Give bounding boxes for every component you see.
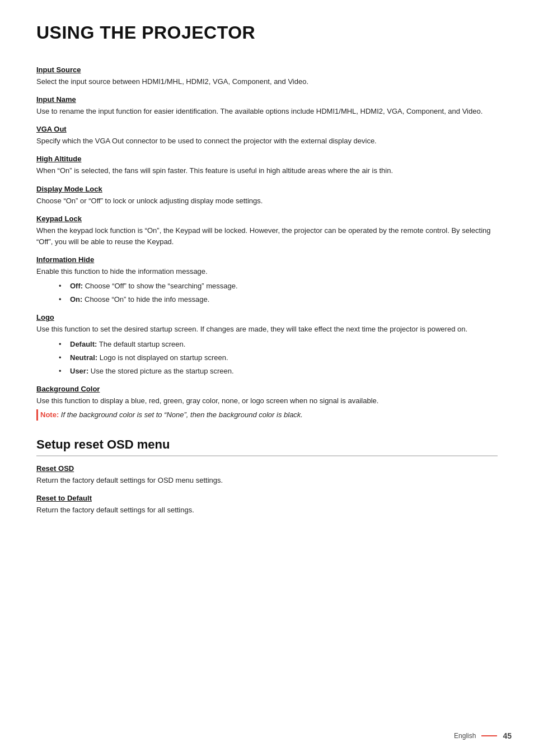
heading-high-altitude: High Altitude <box>36 155 498 163</box>
heading-reset-to-default: Reset to Default <box>36 494 498 502</box>
body-reset-to-default: Return the factory default settings for … <box>36 505 498 516</box>
body-logo: Use this function to set the desired sta… <box>36 324 498 335</box>
section-input-name: Input Name Use to rename the input funct… <box>36 95 498 117</box>
bullet-neutral: Neutral: Logo is not displayed on startu… <box>70 352 498 363</box>
term-off: Off: <box>70 282 83 290</box>
section-information-hide: Information Hide Enable this function to… <box>36 255 498 305</box>
body-information-hide: Enable this function to hide the informa… <box>36 266 498 277</box>
heading-input-name: Input Name <box>36 95 498 104</box>
section-input-source: Input Source Select the input source bet… <box>36 66 498 87</box>
section-logo: Logo Use this function to set the desire… <box>36 313 498 377</box>
heading-background-color: Background Color <box>36 385 498 393</box>
language-label: English <box>454 732 476 740</box>
bullet-default: Default: The default startup screen. <box>70 339 498 350</box>
bullets-logo: Default: The default startup screen. Neu… <box>36 339 498 377</box>
note-label: Note: <box>40 410 59 419</box>
bullet-on: On: Choose “On” to hide the info message… <box>70 294 498 305</box>
heading-information-hide: Information Hide <box>36 255 498 264</box>
term-user: User: <box>70 367 88 375</box>
body-display-mode-lock: Choose “On” or “Off” to lock or unlock a… <box>36 195 498 207</box>
heading-keypad-lock: Keypad Lock <box>36 214 498 223</box>
section-high-altitude: High Altitude When “On” is selected, the… <box>36 155 498 176</box>
heading-input-source: Input Source <box>36 66 498 74</box>
term-on: On: <box>70 295 82 304</box>
body-input-name: Use to rename the input function for eas… <box>36 106 498 117</box>
section-background-color: Background Color Use this function to di… <box>36 385 498 421</box>
body-vga-out: Specify which the VGA Out connector to b… <box>36 136 498 147</box>
page-title: USING THE PROJECTOR <box>36 22 498 43</box>
section-reset-to-default: Reset to Default Return the factory defa… <box>36 494 498 516</box>
page-number: 45 <box>503 731 512 740</box>
bullet-user: User: Use the stored picture as the star… <box>70 366 498 377</box>
body-keypad-lock: When the keypad lock function is “On”, t… <box>36 225 498 248</box>
page-container: USING THE PROJECTOR Input Source Select … <box>0 0 534 569</box>
section-display-mode-lock: Display Mode Lock Choose “On” or “Off” t… <box>36 185 498 207</box>
subsection-title: Setup reset OSD menu <box>36 437 498 456</box>
section-reset-osd: Reset OSD Return the factory default set… <box>36 464 498 486</box>
bullets-information-hide: Off: Choose “Off” to show the “searching… <box>36 281 498 305</box>
body-high-altitude: When “On” is selected, the fans will spi… <box>36 165 498 176</box>
footer-line <box>481 735 497 736</box>
note-background-color: Note: If the background color is set to … <box>36 409 498 421</box>
note-text: If the background color is set to “None”… <box>61 410 303 419</box>
bullet-off: Off: Choose “Off” to show the “searching… <box>70 281 498 292</box>
term-neutral: Neutral: <box>70 353 97 362</box>
body-input-source: Select the input source between HDMI1/MH… <box>36 76 498 87</box>
heading-display-mode-lock: Display Mode Lock <box>36 185 498 193</box>
heading-reset-osd: Reset OSD <box>36 464 498 473</box>
heading-logo: Logo <box>36 313 498 321</box>
term-default: Default: <box>70 340 97 348</box>
heading-vga-out: VGA Out <box>36 125 498 133</box>
subsection-setup-reset: Setup reset OSD menu Reset OSD Return th… <box>36 437 498 516</box>
section-keypad-lock: Keypad Lock When the keypad lock functio… <box>36 214 498 248</box>
body-background-color: Use this function to display a blue, red… <box>36 395 498 407</box>
section-vga-out: VGA Out Specify which the VGA Out connec… <box>36 125 498 147</box>
body-reset-osd: Return the factory default settings for … <box>36 475 498 486</box>
page-footer: English 45 <box>454 731 512 740</box>
